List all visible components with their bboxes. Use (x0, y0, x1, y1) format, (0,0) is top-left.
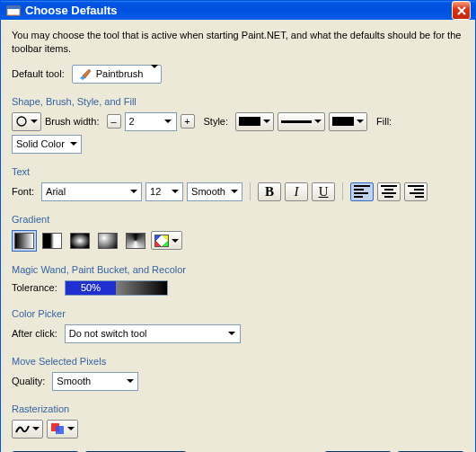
align-center-button[interactable] (377, 182, 401, 201)
chevron-down-icon (164, 120, 172, 123)
quality-combo[interactable]: Smooth (52, 372, 138, 391)
section-move: Move Selected Pixels (12, 356, 464, 367)
brush-width-increase[interactable]: + (181, 114, 195, 129)
underline-button[interactable]: U (312, 182, 335, 201)
chevron-down-icon (228, 332, 235, 335)
brush-width-decrease[interactable]: – (107, 114, 121, 129)
gradient-radial[interactable] (95, 230, 120, 252)
fill-value: Solid Color (16, 138, 65, 149)
button-bar: Reset Load From Toolbar Save Cancel (12, 444, 464, 452)
font-aa-combo[interactable]: Smooth (187, 182, 242, 201)
chevron-down-icon (70, 142, 77, 146)
default-tool-value: Paintbrush (96, 68, 144, 79)
italic-button[interactable]: I (285, 182, 308, 201)
chevron-down-icon (357, 120, 364, 123)
tolerance-label: Tolerance: (12, 282, 57, 293)
section-text: Text (12, 166, 464, 177)
svg-point-2 (17, 117, 26, 126)
blend-combo[interactable] (47, 420, 78, 439)
chevron-down-icon (151, 65, 158, 79)
dialog-body: You may choose the tool that is active w… (1, 20, 475, 452)
font-size-value: 12 (150, 186, 161, 197)
chevron-down-icon (127, 379, 134, 383)
font-size-combo[interactable]: 12 (145, 182, 183, 201)
after-click-combo[interactable]: Do not switch tool (65, 324, 241, 343)
section-gradient: Gradient (12, 214, 464, 225)
style-label: Style: (204, 116, 229, 127)
font-label: Font: (12, 186, 34, 197)
brush-width-combo[interactable]: 2 (125, 112, 177, 131)
app-icon (6, 4, 21, 18)
after-click-label: After click: (12, 328, 57, 339)
svg-rect-4 (56, 426, 64, 434)
default-tool-label: Default tool: (12, 68, 65, 79)
antialias-combo[interactable] (12, 420, 43, 439)
dialog-window: Choose Defaults You may choose the tool … (0, 0, 476, 452)
separator (250, 182, 251, 200)
font-aa-value: Smooth (191, 186, 225, 197)
gradient-diamond[interactable] (67, 230, 93, 252)
window-title: Choose Defaults (25, 4, 452, 17)
gradient-conical[interactable] (123, 230, 148, 252)
style-start-combo[interactable] (235, 112, 274, 131)
chevron-down-icon (172, 239, 179, 243)
quality-label: Quality: (12, 376, 45, 386)
gradient-linear-reflected[interactable] (40, 230, 65, 252)
bold-button[interactable]: B (258, 182, 281, 201)
brush-width-value: 2 (129, 116, 135, 127)
chevron-down-icon (314, 120, 322, 123)
gradient-channel-combo[interactable] (151, 231, 182, 250)
chevron-down-icon (130, 190, 137, 193)
close-button[interactable] (452, 1, 471, 20)
default-tool-combo[interactable]: Paintbrush (72, 65, 162, 84)
tolerance-value: 50% (81, 282, 101, 293)
style-line-combo[interactable] (278, 112, 325, 131)
quality-value: Smooth (57, 376, 91, 386)
chevron-down-icon (32, 427, 40, 430)
section-raster: Rasterization (12, 403, 464, 414)
chevron-down-icon (231, 190, 238, 193)
paintbrush-icon (77, 66, 92, 81)
svg-rect-1 (7, 6, 20, 9)
gradient-linear[interactable] (12, 230, 37, 252)
chevron-down-icon (31, 120, 38, 123)
section-picker: Color Picker (12, 308, 464, 319)
after-click-value: Do not switch tool (69, 328, 147, 339)
chevron-down-icon (172, 190, 179, 193)
brush-width-label: Brush width: (45, 116, 100, 127)
titlebar: Choose Defaults (1, 1, 475, 20)
font-combo[interactable]: Arial (41, 182, 142, 201)
chevron-down-icon (67, 427, 75, 430)
tolerance-slider[interactable]: 50% (65, 280, 168, 296)
style-end-combo[interactable] (329, 112, 367, 131)
chevron-down-icon (263, 120, 270, 123)
font-value: Arial (46, 186, 66, 197)
align-left-button[interactable] (350, 182, 374, 201)
fill-label: Fill: (376, 116, 392, 127)
section-wand: Magic Wand, Paint Bucket, and Recolor (12, 264, 464, 275)
intro-text: You may choose the tool that is active w… (12, 29, 464, 56)
align-right-button[interactable] (404, 182, 428, 201)
fill-combo[interactable]: Solid Color (12, 135, 82, 154)
section-shape: Shape, Brush, Style, and Fill (12, 96, 464, 107)
separator (342, 182, 343, 200)
shape-type-combo[interactable] (12, 112, 41, 131)
